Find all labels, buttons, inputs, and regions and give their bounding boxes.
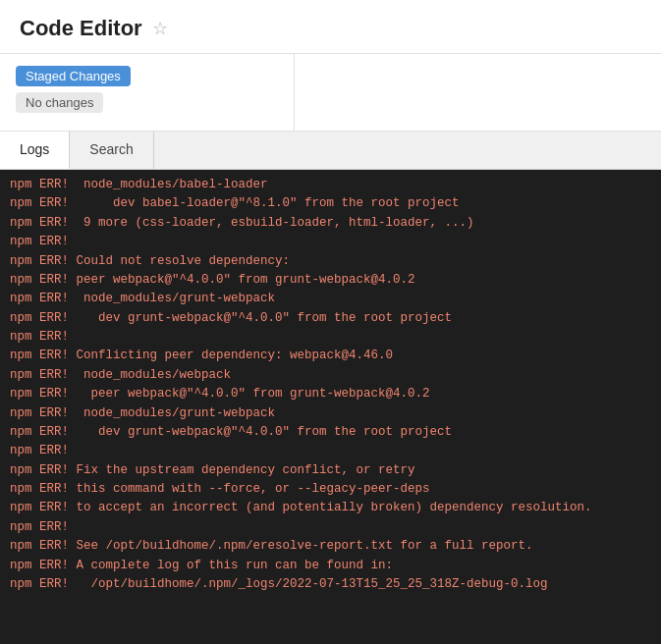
log-line: npm ERR! Could not resolve dependency: (10, 252, 651, 271)
tabs-bar: Logs Search (0, 132, 661, 170)
page-title: Code Editor (20, 16, 142, 41)
tab-logs[interactable]: Logs (0, 132, 70, 169)
log-line: npm ERR! this command with --force, or -… (10, 480, 651, 499)
header: Code Editor ☆ (0, 0, 661, 54)
log-line: npm ERR! node_modules/grunt-webpack (10, 290, 651, 308)
tab-search[interactable]: Search (70, 132, 153, 169)
log-line: npm ERR! dev grunt-webpack@"^4.0.0" from… (10, 423, 651, 442)
log-line: npm ERR! node_modules/webpack (10, 366, 651, 385)
log-line: npm ERR! See /opt/buildhome/.npm/eresolv… (10, 537, 651, 556)
log-line: npm ERR! peer webpack@"^4.0.0" from grun… (10, 271, 651, 290)
staged-section: Staged Changes No changes (0, 54, 661, 132)
log-line: npm ERR! node_modules/babel-loader (10, 176, 651, 194)
log-line: npm ERR! Fix the upstream dependency con… (10, 461, 651, 480)
log-line: npm ERR! (10, 518, 651, 537)
staged-left: Staged Changes No changes (0, 54, 295, 131)
log-line: npm ERR! (10, 328, 651, 347)
log-line: npm ERR! peer webpack@"^4.0.0" from grun… (10, 385, 651, 403)
log-output[interactable]: npm ERR! node_modules/babel-loadernpm ER… (0, 170, 661, 644)
log-line: npm ERR! node_modules/grunt-webpack (10, 404, 651, 423)
log-line: npm ERR! dev grunt-webpack@"^4.0.0" from… (10, 309, 651, 328)
log-line: npm ERR! /opt/buildhome/.npm/_logs/2022-… (10, 575, 651, 594)
favorite-icon[interactable]: ☆ (152, 18, 168, 39)
log-line: npm ERR! to accept an incorrect (and pot… (10, 499, 651, 517)
staged-changes-badge[interactable]: Staged Changes (16, 66, 131, 86)
log-line: npm ERR! A complete log of this run can … (10, 557, 651, 575)
no-changes-badge[interactable]: No changes (16, 92, 103, 113)
log-line: npm ERR! Conflicting peer dependency: we… (10, 347, 651, 365)
log-line: npm ERR! (10, 442, 651, 460)
log-line: npm ERR! 9 more (css-loader, esbuild-loa… (10, 214, 651, 233)
log-line: npm ERR! dev babel-loader@"^8.1.0" from … (10, 194, 651, 213)
app-container: Code Editor ☆ Staged Changes No changes … (0, 0, 661, 644)
log-line: npm ERR! (10, 233, 651, 251)
staged-right (295, 54, 661, 131)
